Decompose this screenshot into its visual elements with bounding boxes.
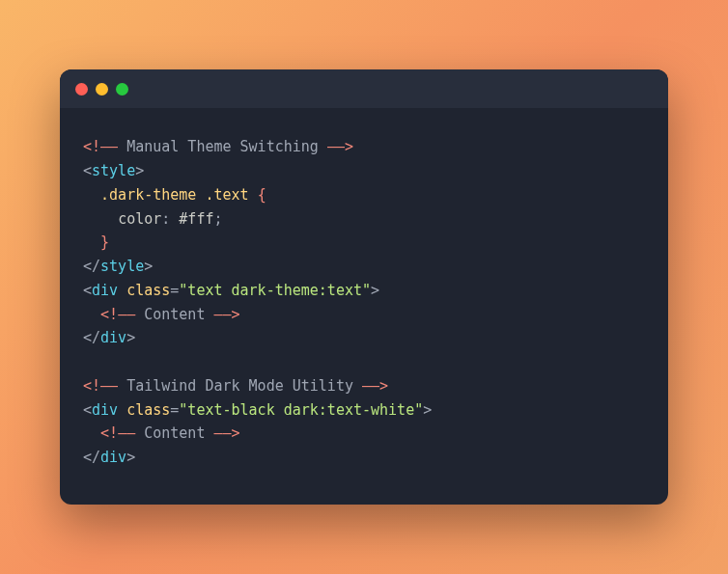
comment-close: ——> bbox=[213, 306, 239, 323]
class-attr: class bbox=[126, 401, 170, 419]
class-attr: class bbox=[126, 282, 170, 299]
comment-text-1: Manual Theme Switching bbox=[118, 138, 327, 155]
maximize-icon[interactable] bbox=[116, 83, 128, 96]
code-block: <!—— Manual Theme Switching ——> <style> … bbox=[60, 108, 668, 505]
minimize-icon[interactable] bbox=[96, 83, 108, 96]
window-titlebar bbox=[60, 69, 668, 108]
div-tag: div bbox=[92, 282, 118, 299]
class-value-2: "text-black dark:text-white" bbox=[179, 401, 423, 419]
class-value-1: "text dark-theme:text" bbox=[179, 282, 371, 299]
brace-close: } bbox=[100, 233, 109, 251]
comment-text-2: Tailwind Dark Mode Utility bbox=[118, 377, 362, 395]
css-selector: .dark-theme .text bbox=[100, 186, 249, 204]
css-value: #fff bbox=[170, 210, 213, 228]
close-icon[interactable] bbox=[75, 83, 88, 96]
comment-close: ——> bbox=[327, 138, 353, 155]
brace-open: { bbox=[258, 186, 266, 204]
css-prop: color bbox=[118, 210, 161, 228]
comment-close: ——> bbox=[213, 424, 239, 442]
comment-close: ——> bbox=[362, 377, 388, 395]
content-comment: Content bbox=[135, 424, 213, 442]
div-tag-close: div bbox=[100, 449, 126, 466]
div-tag-close: div bbox=[100, 329, 126, 346]
style-tag-close: style bbox=[100, 258, 144, 275]
content-comment: Content bbox=[135, 306, 213, 323]
comment-open: <!—— bbox=[100, 424, 135, 442]
comment-open: <!—— bbox=[83, 377, 118, 395]
comment-open: <!—— bbox=[100, 306, 135, 323]
style-tag-open: style bbox=[92, 162, 135, 179]
comment-open: <!—— bbox=[83, 138, 118, 155]
div-tag: div bbox=[92, 401, 118, 419]
code-window: <!—— Manual Theme Switching ——> <style> … bbox=[60, 69, 668, 505]
